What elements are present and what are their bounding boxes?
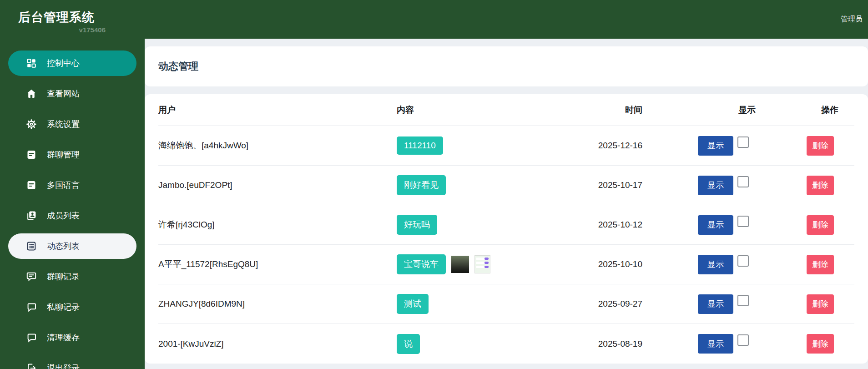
app-title: 后台管理系统: [18, 9, 106, 25]
photo-thumbnail[interactable]: [451, 256, 469, 273]
feed-table-card: 用户 内容 时间 显示 操作 海绵饱饱、[a4hkJwWo] 1112110 2…: [145, 94, 868, 364]
sidebar-item-group-chat-records[interactable]: 群聊记录: [8, 264, 136, 289]
chat-bubble-icon: [26, 332, 37, 343]
sidebar-item-logout[interactable]: 退出登录: [8, 355, 136, 369]
col-header-time: 时间: [591, 104, 642, 116]
screenshot-thumbnail[interactable]: [474, 255, 490, 273]
show-checkbox[interactable]: [737, 216, 749, 227]
app-logo: 后台管理系统 v175406: [0, 0, 106, 34]
delete-button[interactable]: 删除: [807, 255, 834, 274]
sidebar-item-feed-list[interactable]: 动态列表: [8, 233, 136, 259]
document-icon: [26, 149, 37, 160]
post-date: 2025-09-27: [598, 299, 642, 308]
content-badge: 1112110: [397, 136, 443, 155]
post-date: 2025-08-19: [598, 339, 642, 349]
sidebar-item-languages[interactable]: 多国语言: [8, 172, 136, 198]
table-row: 2001-[KwJuVziZ] 说 2025-08-19 显示 删除: [158, 324, 854, 364]
delete-button[interactable]: 删除: [807, 294, 834, 314]
table-row: 海绵饱饱、[a4hkJwWo] 1112110 2025-12-16 显示 删除: [158, 126, 854, 166]
table-row: 许希[rj43ClOg] 好玩吗 2025-10-12 显示 删除: [158, 205, 854, 245]
page-header-card: 动态管理: [145, 46, 868, 86]
content-badge: 刚好看见: [397, 175, 446, 195]
post-date: 2025-10-12: [598, 220, 642, 229]
delete-button[interactable]: 删除: [807, 215, 834, 235]
table-header-row: 用户 内容 时间 显示 操作: [158, 94, 854, 126]
post-date: 2025-12-16: [598, 141, 642, 150]
document-icon: [26, 180, 37, 191]
dashboard-icon: [26, 58, 37, 69]
sidebar-item-view-site[interactable]: 查看网站: [8, 81, 136, 106]
col-header-content: 内容: [397, 104, 591, 116]
show-button[interactable]: 显示: [698, 136, 733, 156]
col-header-action: 操作: [773, 104, 854, 116]
sidebar-item-system-settings[interactable]: 系统设置: [8, 111, 136, 137]
user-name: A平平_11572[RhsEgQ8U]: [158, 259, 258, 269]
show-checkbox[interactable]: [737, 334, 749, 346]
content-badge: 宝哥说车: [397, 254, 446, 274]
content-badge: 测试: [397, 294, 429, 314]
table-body: 海绵饱饱、[a4hkJwWo] 1112110 2025-12-16 显示 删除…: [158, 126, 854, 364]
delete-button[interactable]: 删除: [807, 136, 834, 156]
show-checkbox[interactable]: [737, 295, 749, 306]
sidebar-item-control-center[interactable]: 控制中心: [8, 51, 136, 76]
show-button[interactable]: 显示: [698, 215, 733, 235]
show-checkbox[interactable]: [737, 176, 749, 187]
app-version: v175406: [18, 26, 106, 34]
content-badge: 好玩吗: [397, 215, 437, 235]
sidebar: 后台管理系统 v175406 控制中心 查看网站 系统设置 群聊管理 多国语言 …: [0, 0, 145, 369]
content-badge: 说: [397, 334, 420, 354]
show-button[interactable]: 显示: [698, 294, 733, 314]
user-name: 海绵饱饱、[a4hkJwWo]: [158, 141, 248, 150]
user-name: 2001-[KwJuVziZ]: [158, 339, 224, 349]
show-button[interactable]: 显示: [698, 334, 733, 354]
gear-icon: [26, 119, 37, 130]
user-name: ZHANGJY[8d6IDM9N]: [158, 299, 245, 308]
user-name: Jambo.[euDF2OPt]: [158, 180, 232, 190]
post-date: 2025-10-17: [598, 180, 642, 190]
sidebar-item-group-chat-manage[interactable]: 群聊管理: [8, 142, 136, 167]
sidebar-item-private-chat-records[interactable]: 私聊记录: [8, 294, 136, 320]
user-name: 许希[rj43ClOg]: [158, 220, 215, 229]
page-title: 动态管理: [158, 60, 198, 73]
col-header-user: 用户: [158, 104, 397, 116]
table-row: Jambo.[euDF2OPt] 刚好看见 2025-10-17 显示 删除: [158, 166, 854, 205]
chat-lines-icon: [26, 271, 37, 282]
home-icon: [26, 88, 37, 99]
sidebar-item-clear-cache[interactable]: 清理缓存: [8, 325, 136, 350]
col-header-show: 显示: [642, 104, 773, 116]
sidebar-nav: 控制中心 查看网站 系统设置 群聊管理 多国语言 成员列表 动态列表 群聊记录 …: [0, 51, 145, 369]
sidebar-item-member-list[interactable]: 成员列表: [8, 203, 136, 228]
list-icon: [26, 241, 37, 252]
show-button[interactable]: 显示: [698, 255, 733, 274]
post-date: 2025-10-10: [598, 259, 642, 269]
member-card-icon: [26, 210, 37, 221]
logout-icon: [26, 363, 37, 369]
show-checkbox[interactable]: [737, 255, 749, 267]
table-row: ZHANGJY[8d6IDM9N] 测试 2025-09-27 显示 删除: [158, 284, 854, 324]
chat-bubble-icon: [26, 302, 37, 313]
delete-button[interactable]: 删除: [807, 176, 834, 195]
show-button[interactable]: 显示: [698, 176, 733, 195]
table-row: A平平_11572[RhsEgQ8U] 宝哥说车 2025-10-10 显示 删…: [158, 245, 854, 284]
delete-button[interactable]: 删除: [807, 334, 834, 354]
show-checkbox[interactable]: [737, 136, 749, 148]
main-content: 动态管理 用户 内容 时间 显示 操作 海绵饱饱、[a4hkJwWo] 1112…: [145, 39, 868, 369]
admin-user-label[interactable]: 管理员: [841, 0, 863, 39]
